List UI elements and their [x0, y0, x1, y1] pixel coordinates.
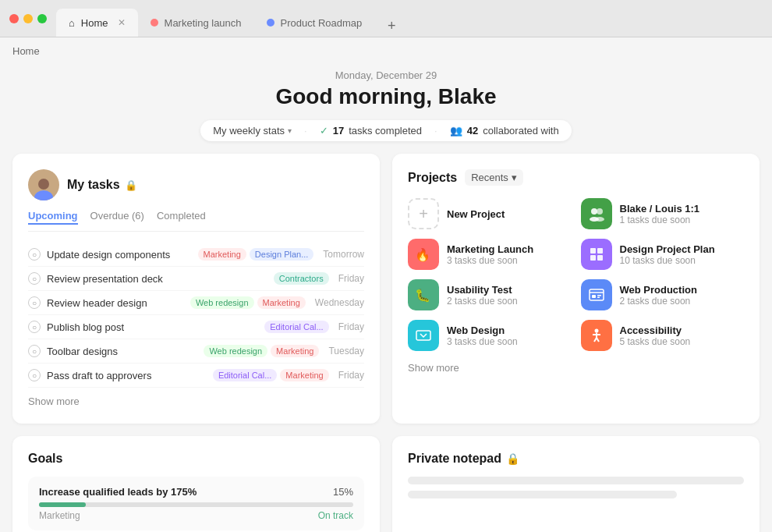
show-more-tasks[interactable]: Show more: [28, 395, 80, 407]
project-icon-blake-louis: [581, 198, 612, 229]
project-info: Blake / Louis 1:1 1 tasks due soon: [620, 203, 700, 225]
tasks-completed-count: 17: [333, 125, 344, 137]
tab-close-icon[interactable]: ✕: [118, 17, 126, 28]
tab-marketing[interactable]: Marketing launch: [138, 9, 254, 37]
project-info: Web Design 3 tasks due soon: [447, 325, 518, 347]
project-name: Design Project Plan: [620, 243, 715, 255]
project-name: Marketing Launch: [447, 243, 533, 255]
header-greeting: Good morning, Blake: [0, 84, 772, 109]
close-button[interactable]: [9, 14, 19, 23]
tab-roadmap-label: Product Roadmap: [281, 17, 363, 29]
project-item-web-production[interactable]: Web Production 2 tasks due soon: [581, 279, 745, 310]
project-item-usability-test[interactable]: 🐛 Usability Test 2 tasks due soon: [408, 279, 572, 310]
task-tags: Editorial Cal...: [264, 321, 328, 333]
tab-upcoming[interactable]: Upcoming: [28, 210, 78, 225]
project-sub: 3 tasks due soon: [447, 336, 518, 347]
tag: Marketing: [280, 369, 328, 381]
svg-rect-7: [590, 248, 596, 254]
task-tags: Editorial Cal... Marketing: [213, 369, 329, 381]
svg-rect-14: [592, 295, 596, 298]
tab-overdue[interactable]: Overdue (6): [90, 210, 144, 225]
task-check-icon[interactable]: ○: [28, 248, 41, 261]
project-info: Accessibility 5 tasks due soon: [620, 325, 691, 347]
svg-rect-10: [597, 255, 603, 261]
task-date: Tomorrow: [323, 249, 364, 260]
task-check-icon[interactable]: ○: [28, 296, 41, 309]
project-item-accessibility[interactable]: Accessibility 5 tasks due soon: [581, 320, 745, 351]
project-item-web-design[interactable]: Web Design 3 tasks due soon: [408, 320, 572, 351]
private-notepad-card: Private notepad 🔒: [392, 436, 760, 532]
fullscreen-button[interactable]: [37, 14, 47, 23]
task-date: Friday: [338, 321, 364, 332]
tag: Marketing: [271, 345, 319, 357]
tag: Marketing: [198, 248, 246, 261]
lock-icon: 🔒: [125, 179, 137, 191]
tab-home[interactable]: ⌂ Home ✕: [56, 9, 138, 37]
goals-title: Goals: [28, 452, 364, 466]
project-icon-design-project: [581, 239, 612, 270]
svg-rect-8: [597, 248, 603, 254]
tag: Editorial Cal...: [264, 321, 328, 333]
project-info: New Project: [447, 208, 505, 220]
svg-point-1: [34, 190, 53, 200]
project-sub: 3 tasks due soon: [447, 255, 533, 266]
chevron-down-icon: ▾: [512, 172, 517, 183]
tab-dot-pink: [151, 19, 158, 27]
browser-chrome: ⌂ Home ✕ Marketing launch Product Roadma…: [0, 0, 772, 37]
task-name: Toolbar designs: [47, 346, 197, 357]
tag: Design Plan...: [250, 248, 313, 261]
project-item-new[interactable]: + New Project: [408, 198, 572, 229]
project-name: Blake / Louis 1:1: [620, 203, 700, 215]
goal-item[interactable]: Increase qualified leads by 175% 15% Mar…: [28, 477, 364, 530]
svg-rect-15: [597, 295, 601, 296]
project-name: Usability Test: [447, 284, 518, 296]
task-check-icon[interactable]: ○: [28, 345, 41, 357]
project-icon-accessibility: [581, 320, 612, 351]
checkmark-icon: ✓: [320, 125, 328, 137]
show-more-projects[interactable]: Show more: [408, 362, 744, 374]
project-icon-web-design: [408, 320, 439, 351]
svg-rect-17: [416, 331, 430, 340]
new-tab-button[interactable]: +: [381, 15, 402, 37]
projects-title: Projects: [408, 171, 457, 185]
tab-completed[interactable]: Completed: [157, 210, 206, 225]
notepad-line-1: [408, 477, 744, 484]
svg-text:🔥: 🔥: [415, 247, 430, 262]
table-row[interactable]: ○ Review header design Web redesign Mark…: [28, 291, 364, 315]
project-info: Web Production 2 tasks due soon: [620, 284, 697, 307]
recents-dropdown[interactable]: Recents ▾: [465, 169, 523, 186]
collaborated-label: collaborated with: [483, 125, 559, 137]
goals-card: Goals Increase qualified leads by 175% 1…: [12, 436, 380, 532]
notepad-title: Private notepad: [408, 452, 501, 466]
project-sub: 1 tasks due soon: [620, 215, 700, 225]
my-tasks-title-label: My tasks: [67, 178, 120, 192]
project-name: Web Design: [447, 325, 518, 336]
table-row[interactable]: ○ Pass draft to approvers Editorial Cal.…: [28, 364, 364, 388]
task-name: Pass draft to approvers: [47, 370, 207, 381]
notepad-header: Private notepad 🔒: [408, 452, 744, 466]
table-row[interactable]: ○ Publish blog post Editorial Cal... Fri…: [28, 315, 364, 339]
table-row[interactable]: ○ Review presentation deck Contractors F…: [28, 267, 364, 291]
svg-point-3: [597, 208, 603, 215]
new-project-icon: +: [408, 198, 439, 229]
project-sub: 10 tasks due soon: [620, 255, 715, 266]
tag: Contractors: [274, 272, 329, 285]
collaborated-count: 42: [467, 125, 478, 137]
table-row[interactable]: ○ Toolbar designs Web redesign Marketing…: [28, 339, 364, 364]
weekly-stats-dropdown[interactable]: My weekly stats ▾: [213, 125, 292, 137]
tab-roadmap[interactable]: Product Roadmap: [254, 9, 375, 37]
task-check-icon[interactable]: ○: [28, 272, 41, 285]
chevron-down-icon: ▾: [288, 126, 292, 135]
minimize-button[interactable]: [23, 14, 33, 23]
table-row[interactable]: ○ Update design components Marketing Des…: [28, 243, 364, 267]
breadcrumb: Home: [0, 37, 772, 60]
project-item-design-project[interactable]: Design Project Plan 10 tasks due soon: [581, 239, 745, 270]
task-check-icon[interactable]: ○: [28, 369, 41, 381]
tasks-tabs: Upcoming Overdue (6) Completed: [28, 210, 364, 232]
task-check-icon[interactable]: ○: [28, 321, 41, 333]
tag: Web redesign: [204, 345, 267, 357]
project-item-marketing-launch[interactable]: 🔥 Marketing Launch 3 tasks due soon: [408, 239, 572, 270]
main-grid: My tasks 🔒 Upcoming Overdue (6) Complete…: [0, 154, 772, 532]
project-item-blake-louis[interactable]: Blake / Louis 1:1 1 tasks due soon: [581, 198, 745, 229]
task-date: Tuesday: [328, 346, 364, 356]
